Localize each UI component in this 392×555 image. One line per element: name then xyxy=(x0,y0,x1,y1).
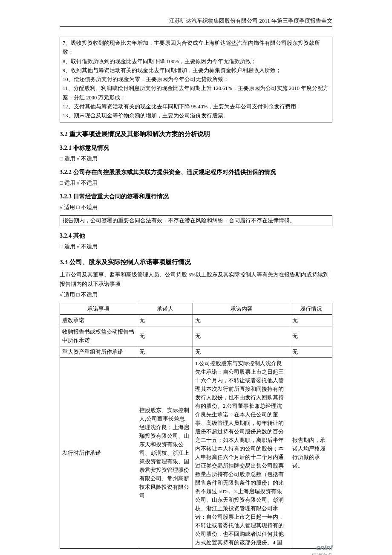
note-line-11: 11、分配股利、利润或偿付利息所支付的现金比去年同期上升 120.61%，主要原… xyxy=(63,84,329,102)
note-line-9: 9、收到其他与筹资活动有关的现金比去年同期增加，主要为募集资金帐户利息收入所致； xyxy=(63,66,329,75)
cell-item: 股改承诺 xyxy=(60,314,137,326)
apply-3-2-4: □ 适用 √ 不适用 xyxy=(60,243,332,250)
th-content: 承诺内容 xyxy=(193,303,290,314)
cell-item: 重大资产重组时所作承诺 xyxy=(60,346,137,357)
th-status: 履行情况 xyxy=(290,303,332,314)
apply-3-2-2: □ 适用 √ 不适用 xyxy=(60,180,332,187)
table-row: 收购报告书或权益变动报告书中所作承诺 无 无 无 xyxy=(60,326,332,346)
cell-item: 发行时所作承诺 xyxy=(60,357,137,548)
cell-person: 无 xyxy=(137,346,193,357)
heading-3-2-4: 3.2.4 其他 xyxy=(60,232,332,240)
table-header-row: 承诺事项 承诺人 承诺内容 履行情况 xyxy=(60,303,332,314)
note-line-8: 8、取得借款所收到的现金比去年同期下降 100%，主要原因为今年无借款所致； xyxy=(63,57,329,66)
note-line-10: 10、偿还债务所支付的现金为零，主要原因为今年公司无贷款所致； xyxy=(63,75,329,84)
heading-3-2-2: 3.2.2 公司存在向控股股东或其关联方提供资金、违反规定程序对外提供担保的情况 xyxy=(60,169,332,176)
table-row: 股改承诺 无 无 无 xyxy=(60,314,332,326)
header-rule xyxy=(60,26,332,28)
cell-content: 1.公司控股股东与实际控制人沈介良先生承诺：自公司股票上市之日起三十六个月内，不… xyxy=(193,357,290,548)
note-line-12: 12、支付其他与筹资活动有关的现金比去年同期下降 95.40%，主要为去年公司支… xyxy=(63,102,329,111)
heading-3-2: 3.2 重大事项进展情况及其影响和解决方案的分析说明 xyxy=(60,130,332,138)
cell-content: 无 xyxy=(193,346,290,357)
table-row: 发行时所作承诺 控股股东、实际控制人,公司董事长兼总经理沈介良；上海启瑞投资有限… xyxy=(60,357,332,548)
note-line-13: 13、期末现金及现金等价物余额的增加，主要为公司溢价发行股票。 xyxy=(63,111,329,120)
apply-3-2-3: √ 适用 □ 不适用 xyxy=(60,204,332,211)
cell-person: 无 xyxy=(137,314,193,326)
footer-brand-cn: 巨潮资讯 xyxy=(312,553,332,555)
th-person: 承诺人 xyxy=(137,303,193,314)
cninfo-logo-icon: cninf xyxy=(316,543,332,552)
apply-3-3: √ 适用 □ 不适用 xyxy=(60,291,332,299)
heading-3-2-1: 3.2.1 非标意见情况 xyxy=(60,144,332,152)
cell-item: 收购报告书或权益变动报告书中所作承诺 xyxy=(60,326,137,346)
cell-status: 无 xyxy=(290,346,332,357)
cell-status: 无 xyxy=(290,326,332,346)
cell-content: 无 xyxy=(193,326,290,346)
cell-person: 无 xyxy=(137,326,193,346)
cell-content: 无 xyxy=(193,314,290,326)
apply-3-2-1: □ 适用 √ 不适用 xyxy=(60,155,332,163)
heading-3-2-3: 3.2.3 日常经营重大合同的签署和履行情况 xyxy=(60,193,332,200)
contract-box: 报告期内，公司签署的重要合同合法有效，不存在潜在风险和纠纷，合同履行不存在法律障… xyxy=(60,215,332,226)
intro-3-3: 上市公司及其董事、监事和高级管理人员、公司持股 5%以上股东及其实际控制人等有关… xyxy=(60,270,332,289)
th-item: 承诺事项 xyxy=(60,303,137,314)
commitment-table: 承诺事项 承诺人 承诺内容 履行情况 股改承诺 无 无 无 收购报告书或权益变动… xyxy=(60,303,332,549)
footer-brand: cninf 巨潮资讯 中国证监会指定信息披露网站 xyxy=(277,543,332,555)
cell-person: 控股股东、实际控制人,公司董事长兼总经理沈介良；上海启瑞投资有限公司、山东天和投… xyxy=(137,357,193,548)
cell-status: 报告期内，承诺人均严格履行所做的承诺。 xyxy=(290,357,332,548)
page-header-title: 江苏旷达汽车织物集团股份有限公司 2011 年第三季度季度报告全文 xyxy=(60,17,332,26)
top-notes-box: 7、吸收投资收到的现金比去年增加，主要原因为合资成立上海旷达篷垫汽车内饰件有限公… xyxy=(60,37,332,122)
cell-status: 无 xyxy=(290,314,332,326)
table-row: 重大资产重组时所作承诺 无 无 无 xyxy=(60,346,332,357)
note-line-7: 7、吸收投资收到的现金比去年增加，主要原因为合资成立上海旷达篷垫汽车内饰件有限公… xyxy=(63,39,329,57)
heading-3-3: 3.3 公司、股东及实际控制人承诺事项履行情况 xyxy=(60,258,332,266)
